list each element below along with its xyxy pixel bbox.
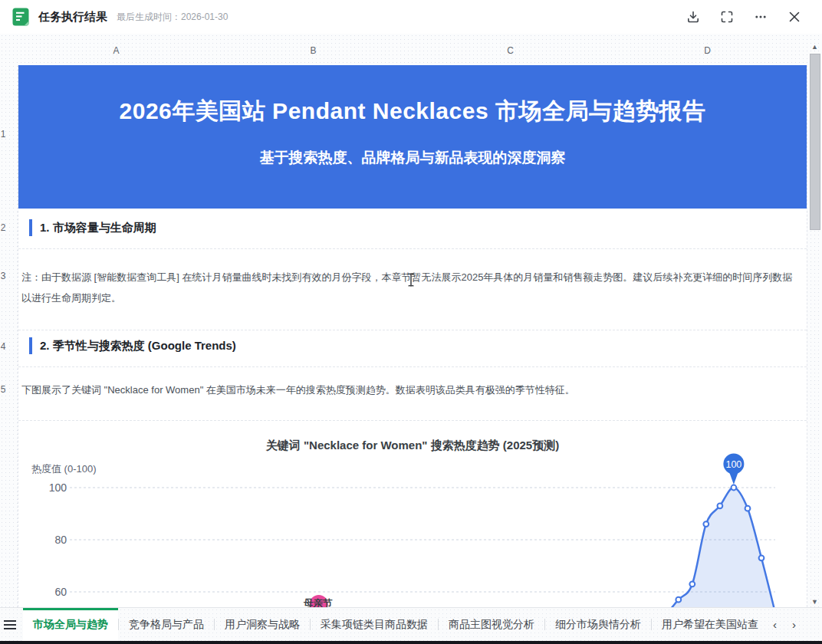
section-2-title: 2. 季节性与搜索热度 (Google Trends) (40, 339, 236, 353)
column-header-A[interactable]: A (18, 40, 215, 61)
report-subtitle: 基于搜索热度、品牌格局与新品表现的深度洞察 (18, 148, 807, 168)
peak-pin-label: 100 (725, 459, 741, 470)
data-point[interactable] (676, 597, 681, 603)
scroll-down-arrow[interactable]: ▼ (810, 598, 819, 606)
chart-y-axis-label: 热度值 (0-100) (31, 462, 97, 476)
y-tick-label: 60 (54, 586, 67, 598)
data-point[interactable] (745, 506, 751, 511)
sheet-tab-4[interactable]: 采集项链类目商品数据 (311, 608, 438, 641)
topbar-actions (686, 9, 802, 25)
section-accent-bar (29, 219, 32, 236)
row-number-2[interactable]: 2 (0, 221, 8, 235)
task-result-window: 任务执行结果 最后生成时间：2026-01-30 (0, 0, 822, 644)
row-divider (18, 330, 807, 330)
text-cursor (407, 273, 415, 290)
trend-line (70, 488, 775, 607)
section-accent-bar (29, 337, 32, 354)
row-number-4[interactable]: 4 (0, 340, 8, 353)
sheet-tab-5[interactable]: 商品主图视觉分析 (439, 608, 544, 641)
next-tab-arrow[interactable]: › (792, 618, 796, 631)
tab-list: 市场全局与趋势竞争格局与产品用户洞察与战略采集项链类目商品数据商品主图视觉分析细… (23, 608, 765, 641)
row-divider (18, 366, 807, 367)
report-doc-icon (12, 8, 29, 26)
data-point[interactable] (759, 555, 764, 560)
data-point[interactable] (689, 581, 695, 586)
row-divider (18, 248, 807, 249)
sheet-tab-1[interactable]: 市场全局与趋势 (23, 608, 118, 641)
vertical-scrollbar[interactable]: ▲ ▼ (808, 40, 821, 607)
data-point[interactable] (718, 503, 723, 508)
fullscreen-icon[interactable] (719, 9, 735, 25)
y-tick-label: 80 (54, 534, 67, 546)
section-1-heading: 1. 市场容量与生命周期 (29, 219, 156, 236)
close-icon[interactable] (787, 9, 802, 25)
column-header-B[interactable]: B (215, 40, 412, 61)
sheet-list-menu-icon[interactable] (4, 620, 16, 629)
row-number-3[interactable]: 3 (0, 269, 8, 283)
trend-chart: 1008060100母亲节 关键词 "Necklace for Women" 搜… (18, 420, 807, 607)
download-icon[interactable] (686, 9, 701, 25)
sheet-tab-7[interactable]: 用户希望在美国站查 (652, 608, 765, 641)
tab-nav: ‹ › (773, 618, 796, 631)
window-title: 任务执行结果 (38, 10, 107, 25)
data-point[interactable] (703, 521, 709, 527)
sheet-tab-3[interactable]: 用户洞察与战略 (215, 608, 310, 641)
row-number-1[interactable]: 1 (0, 127, 8, 141)
data-point[interactable] (732, 485, 737, 491)
section-2-heading: 2. 季节性与搜索热度 (Google Trends) (29, 337, 236, 354)
last-generated-time: 最后生成时间：2026-01-30 (117, 11, 228, 24)
chart-intro-paragraph: 下图展示了关键词 "Necklace for Women" 在美国市场未来一年的… (21, 383, 801, 397)
prev-tab-arrow[interactable]: ‹ (773, 618, 777, 631)
sheet-tab-bar: 市场全局与趋势竞争格局与产品用户洞察与战略采集项链类目商品数据商品主图视觉分析细… (0, 607, 822, 641)
window-bottom-edge (0, 641, 822, 644)
column-header-D[interactable]: D (609, 40, 806, 61)
topbar: 任务执行结果 最后生成时间：2026-01-30 (0, 0, 822, 34)
column-header-row: ABCD (0, 40, 809, 61)
sheet-tab-2[interactable]: 竞争格局与产品 (119, 608, 214, 641)
area-fill (70, 488, 775, 607)
event-pin-label: 母亲节 (303, 598, 333, 607)
section-1-title: 1. 市场容量与生命周期 (40, 221, 156, 235)
sheet-tab-6[interactable]: 细分市场舆情分析 (545, 608, 651, 641)
row-number-5[interactable]: 5 (0, 383, 8, 396)
report-banner: 2026年美国站 Pendant Necklaces 市场全局与趋势报告 基于搜… (18, 65, 807, 209)
scrollbar-thumb[interactable] (810, 54, 820, 230)
scroll-up-arrow[interactable]: ▲ (810, 43, 819, 51)
y-tick-label: 100 (49, 481, 67, 494)
more-icon[interactable] (753, 9, 768, 25)
report-content: 2026年美国站 Pendant Necklaces 市场全局与趋势报告 基于搜… (18, 65, 807, 607)
report-title: 2026年美国站 Pendant Necklaces 市场全局与趋势报告 (18, 96, 807, 127)
column-header-C[interactable]: C (412, 40, 609, 61)
chart-title: 关键词 "Necklace for Women" 搜索热度趋势 (2025预测) (18, 439, 807, 453)
